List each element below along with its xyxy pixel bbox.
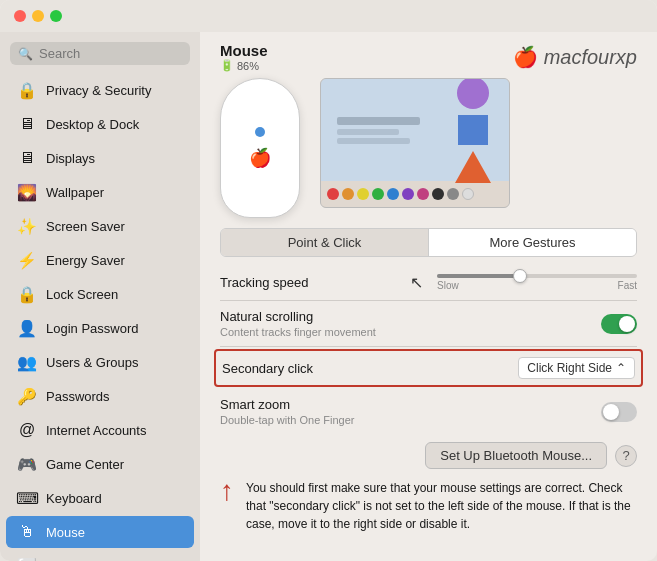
natural-scrolling-sublabel: Content tracks finger movement bbox=[220, 326, 376, 338]
energy-icon: ⚡ bbox=[16, 249, 38, 271]
main-content: 🔍 🔒 Privacy & Security 🖥 Desktop & Dock … bbox=[0, 32, 657, 561]
sidebar-item-energy[interactable]: ⚡ Energy Saver bbox=[6, 244, 194, 276]
sidebar-item-keyboard[interactable]: ⌨ Keyboard bbox=[6, 482, 194, 514]
color-red bbox=[327, 188, 339, 200]
loginpassword-icon: 👤 bbox=[16, 317, 38, 339]
secondary-click-value: Click Right Side bbox=[527, 361, 612, 375]
slider-thumb[interactable] bbox=[513, 269, 527, 283]
sidebar-item-passwords[interactable]: 🔑 Passwords bbox=[6, 380, 194, 412]
tracking-control: ↖ Slow Fast bbox=[410, 273, 637, 292]
main-header: Mouse 🔋 86% 🍎 macfourxp bbox=[200, 32, 657, 78]
color-orange bbox=[342, 188, 354, 200]
mouse-icon: 🖱 bbox=[16, 521, 38, 543]
settings-rows: Tracking speed ↖ Slow Fast bbox=[220, 265, 637, 434]
mouse-area: 🍎 bbox=[200, 78, 657, 218]
secondary-click-dropdown[interactable]: Click Right Side ⌃ bbox=[518, 357, 635, 379]
maximize-button[interactable] bbox=[50, 10, 62, 22]
fast-label: Fast bbox=[618, 280, 637, 291]
battery-indicator: 🔋 86% bbox=[220, 59, 259, 72]
smart-zoom-row: Smart zoom Double-tap with One Finger bbox=[220, 389, 637, 434]
close-button[interactable] bbox=[14, 10, 26, 22]
natural-scrolling-label: Natural scrolling bbox=[220, 309, 376, 324]
sidebar-item-label: Privacy & Security bbox=[46, 83, 151, 98]
color-black bbox=[432, 188, 444, 200]
macfourxp-logo: 🍎 macfourxp bbox=[513, 45, 637, 69]
internetaccounts-icon: @ bbox=[16, 419, 38, 441]
sidebar-item-loginpassword[interactable]: 👤 Login Password bbox=[6, 312, 194, 344]
sidebar-item-screensaver[interactable]: ✨ Screen Saver bbox=[6, 210, 194, 242]
tab-point-click[interactable]: Point & Click bbox=[221, 229, 429, 256]
battery-value: 86% bbox=[237, 60, 259, 72]
sidebar-item-label: Users & Groups bbox=[46, 355, 138, 370]
mouse-graphic: 🍎 bbox=[220, 78, 300, 218]
color-gray bbox=[447, 188, 459, 200]
tab-more-gestures[interactable]: More Gestures bbox=[429, 229, 636, 256]
toggle-knob bbox=[619, 316, 635, 332]
passwords-icon: 🔑 bbox=[16, 385, 38, 407]
sidebar-item-desktop[interactable]: 🖥 Desktop & Dock bbox=[6, 108, 194, 140]
tracking-slider-track[interactable] bbox=[437, 274, 637, 278]
smart-zoom-toggle-knob bbox=[603, 404, 619, 420]
slider-fill bbox=[437, 274, 517, 278]
main-panel: Mouse 🔋 86% 🍎 macfourxp 🍎 bbox=[200, 32, 657, 561]
help-button[interactable]: ? bbox=[615, 445, 637, 467]
preview-square bbox=[458, 115, 488, 145]
red-arrow-icon: ↑ bbox=[220, 475, 234, 507]
sidebar: 🔍 🔒 Privacy & Security 🖥 Desktop & Dock … bbox=[0, 32, 200, 561]
privacy-icon: 🔒 bbox=[16, 79, 38, 101]
usersgroups-icon: 👥 bbox=[16, 351, 38, 373]
sidebar-item-usersgroups[interactable]: 👥 Users & Groups bbox=[6, 346, 194, 378]
sidebar-item-label: Login Password bbox=[46, 321, 139, 336]
desktop-icon: 🖥 bbox=[16, 113, 38, 135]
tracking-label: Tracking speed bbox=[220, 275, 308, 290]
minimize-button[interactable] bbox=[32, 10, 44, 22]
color-yellow bbox=[357, 188, 369, 200]
sidebar-item-mouse[interactable]: 🖱 Mouse bbox=[6, 516, 194, 548]
sidebar-item-label: Keyboard bbox=[46, 491, 102, 506]
natural-scrolling-toggle[interactable] bbox=[601, 314, 637, 334]
tabs-row: Point & Click More Gestures bbox=[220, 228, 637, 257]
bluetooth-mouse-button[interactable]: Set Up Bluetooth Mouse... bbox=[425, 442, 607, 469]
sidebar-item-label: Mouse bbox=[46, 525, 85, 540]
sidebar-item-gamecenter[interactable]: 🎮 Game Center bbox=[6, 448, 194, 480]
sidebar-item-label: Game Center bbox=[46, 457, 124, 472]
sidebar-item-label: Wallpaper bbox=[46, 185, 104, 200]
preview-inner bbox=[321, 79, 509, 181]
sidebar-item-label: Energy Saver bbox=[46, 253, 125, 268]
smart-zoom-sublabel: Double-tap with One Finger bbox=[220, 414, 355, 426]
secondary-click-label: Secondary click bbox=[222, 361, 313, 376]
search-input[interactable] bbox=[39, 46, 182, 61]
sidebar-item-privacy[interactable]: 🔒 Privacy & Security bbox=[6, 74, 194, 106]
search-bar[interactable]: 🔍 bbox=[10, 42, 190, 65]
titlebar bbox=[0, 0, 657, 32]
sidebar-item-displays[interactable]: 🖥 Displays bbox=[6, 142, 194, 174]
slider-container: Slow Fast bbox=[437, 274, 637, 291]
sidebar-item-label: Screen Saver bbox=[46, 219, 125, 234]
mouse-apple-logo: 🍎 bbox=[249, 147, 271, 169]
sidebar-item-label: Passwords bbox=[46, 389, 110, 404]
keyboard-icon: ⌨ bbox=[16, 487, 38, 509]
traffic-lights bbox=[14, 10, 62, 22]
smart-zoom-label: Smart zoom bbox=[220, 397, 355, 412]
displays-icon: 🖥 bbox=[16, 147, 38, 169]
sidebar-item-trackpad[interactable]: ⬜ Trackpad bbox=[6, 550, 194, 561]
annotation-area: ↑ You should first make sure that your m… bbox=[220, 479, 637, 533]
smart-zoom-labels: Smart zoom Double-tap with One Finger bbox=[220, 397, 355, 426]
slider-labels: Slow Fast bbox=[437, 280, 637, 291]
dropdown-chevron-icon: ⌃ bbox=[616, 361, 626, 375]
preview-triangle bbox=[455, 151, 491, 183]
trackpad-icon: ⬜ bbox=[16, 555, 38, 561]
smart-zoom-toggle[interactable] bbox=[601, 402, 637, 422]
secondary-click-row: Secondary click Click Right Side ⌃ bbox=[214, 349, 643, 387]
color-white bbox=[462, 188, 474, 200]
natural-scrolling-labels: Natural scrolling Content tracks finger … bbox=[220, 309, 376, 338]
sidebar-item-label: Lock Screen bbox=[46, 287, 118, 302]
bluetooth-btn-row: Set Up Bluetooth Mouse... ? bbox=[220, 442, 637, 469]
lockscreen-icon: 🔒 bbox=[16, 283, 38, 305]
sidebar-item-wallpaper[interactable]: 🌄 Wallpaper bbox=[6, 176, 194, 208]
preview-circle bbox=[457, 78, 489, 109]
sidebar-item-lockscreen[interactable]: 🔒 Lock Screen bbox=[6, 278, 194, 310]
tracking-speed-row: Tracking speed ↖ Slow Fast bbox=[220, 265, 637, 301]
sidebar-item-internetaccounts[interactable]: @ Internet Accounts bbox=[6, 414, 194, 446]
color-pink bbox=[417, 188, 429, 200]
